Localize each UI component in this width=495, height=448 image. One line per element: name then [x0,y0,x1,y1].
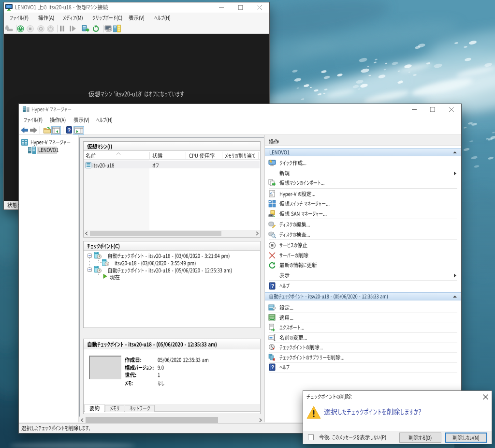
svg-text:?: ? [271,364,274,370]
svg-text:?: ? [67,127,71,133]
svg-text:?: ? [271,283,274,289]
